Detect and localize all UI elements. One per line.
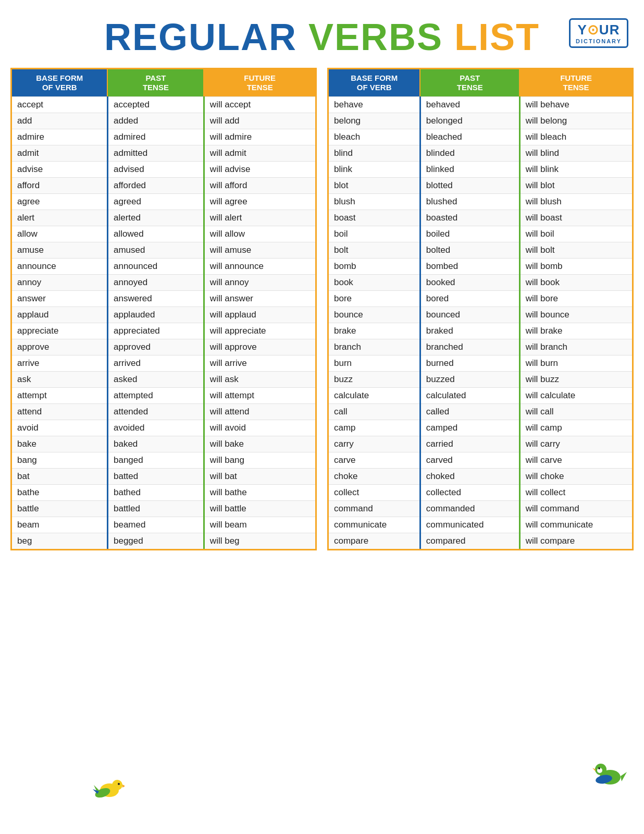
title-regular: REGULAR <box>104 16 297 58</box>
future-tense-cell: will bat <box>204 469 315 485</box>
past-tense-cell: blinded <box>420 145 519 162</box>
past-tense-cell: blushed <box>420 194 519 210</box>
base-form-cell: bathe <box>12 485 107 501</box>
base-form-cell: annoy <box>12 275 107 291</box>
table-row: bounce bounced will bounce <box>329 307 632 323</box>
future-tense-cell: will calculate <box>519 388 632 404</box>
table-row: ask asked will ask <box>12 372 315 388</box>
future-tense-cell: will burn <box>519 355 632 372</box>
base-form-cell: appreciate <box>12 323 107 339</box>
base-form-cell: applaud <box>12 307 107 323</box>
past-tense-cell: appreciated <box>107 323 204 339</box>
base-form-cell: carve <box>329 452 420 469</box>
title-verbs: VERBS <box>308 16 443 58</box>
future-tense-cell: will accept <box>204 97 315 113</box>
base-form-cell: bomb <box>329 259 420 275</box>
svg-point-1 <box>94 786 112 799</box>
svg-point-15 <box>595 774 613 784</box>
future-tense-cell: will attempt <box>204 388 315 404</box>
base-form-cell: add <box>12 113 107 129</box>
table-row: amuse amused will amuse <box>12 242 315 259</box>
svg-point-19 <box>598 767 600 769</box>
past-tense-cell: blotted <box>420 178 519 194</box>
table-row: attend attended will attend <box>12 404 315 420</box>
logo-box: Y⊙UR DICTIONARY <box>569 18 628 48</box>
base-form-cell: attend <box>12 404 107 420</box>
future-tense-cell: will blink <box>519 162 632 178</box>
future-tense-cell: will beam <box>204 517 315 533</box>
table-row: afford afforded will afford <box>12 178 315 194</box>
future-tense-cell: will command <box>519 501 632 517</box>
future-tense-cell: will bathe <box>204 485 315 501</box>
base-form-cell: advise <box>12 162 107 178</box>
future-tense-cell: will advise <box>204 162 315 178</box>
future-tense-cell: will battle <box>204 501 315 517</box>
table-row: camp camped will camp <box>329 420 632 436</box>
past-tense-cell: calculated <box>420 388 519 404</box>
past-tense-cell: begged <box>107 533 204 549</box>
past-tense-cell: called <box>420 404 519 420</box>
future-tense-cell: will agree <box>204 194 315 210</box>
past-tense-cell: behaved <box>420 97 519 113</box>
base-form-cell: bleach <box>329 129 420 145</box>
base-form-cell: collect <box>329 485 420 501</box>
table-row: branch branched will branch <box>329 339 632 355</box>
past-tense-cell: annoyed <box>107 275 204 291</box>
left-table: BASE FORMOF VERB PASTTENSE FUTURETENSE a… <box>12 69 315 549</box>
left-base-form-header: BASE FORMOF VERB <box>12 69 107 97</box>
bird-svg-3 <box>589 756 628 793</box>
base-form-cell: choke <box>329 469 420 485</box>
future-tense-cell: will boast <box>519 210 632 226</box>
future-tense-cell: will avoid <box>204 420 315 436</box>
future-tense-cell: will arrive <box>204 355 315 372</box>
right-header-row: BASE FORMOF VERB PASTTENSE FUTURETENSE <box>329 69 632 97</box>
table-row: annoy annoyed will annoy <box>12 275 315 291</box>
table-row: agree agreed will agree <box>12 194 315 210</box>
future-tense-cell: will applaud <box>204 307 315 323</box>
future-tense-cell: will ask <box>204 372 315 388</box>
table-row: bang banged will bang <box>12 452 315 469</box>
past-tense-cell: carved <box>420 452 519 469</box>
past-tense-cell: booked <box>420 275 519 291</box>
table-row: alert alerted will alert <box>12 210 315 226</box>
future-tense-cell: will behave <box>519 97 632 113</box>
future-tense-cell: will amuse <box>204 242 315 259</box>
base-form-cell: compare <box>329 533 420 549</box>
table-row: belong belonged will belong <box>329 113 632 129</box>
base-form-cell: agree <box>12 194 107 210</box>
table-row: bathe bathed will bathe <box>12 485 315 501</box>
past-tense-cell: alerted <box>107 210 204 226</box>
future-tense-cell: will brake <box>519 323 632 339</box>
future-tense-cell: will bake <box>204 436 315 452</box>
past-tense-cell: applauded <box>107 307 204 323</box>
past-tense-cell: attended <box>107 404 204 420</box>
base-form-cell: behave <box>329 97 420 113</box>
past-tense-cell: amused <box>107 242 204 259</box>
table-row: appreciate appreciated will appreciate <box>12 323 315 339</box>
past-tense-cell: collected <box>420 485 519 501</box>
main-title: REGULAR VERBS LIST <box>104 16 540 58</box>
table-row: announce announced will announce <box>12 259 315 275</box>
table-row: answer answered will answer <box>12 291 315 307</box>
base-form-cell: burn <box>329 355 420 372</box>
table-row: beam beamed will beam <box>12 517 315 533</box>
past-tense-cell: bored <box>420 291 519 307</box>
future-tense-cell: will alert <box>204 210 315 226</box>
table-row: buzz buzzed will buzz <box>329 372 632 388</box>
past-tense-cell: avoided <box>107 420 204 436</box>
base-form-cell: afford <box>12 178 107 194</box>
past-tense-cell: bleached <box>420 129 519 145</box>
base-form-cell: attempt <box>12 388 107 404</box>
svg-point-14 <box>600 770 621 784</box>
table-row: call called will call <box>329 404 632 420</box>
base-form-cell: blush <box>329 194 420 210</box>
base-form-cell: boil <box>329 226 420 242</box>
past-tense-cell: bolted <box>420 242 519 259</box>
svg-point-0 <box>100 783 119 797</box>
past-tense-cell: compared <box>420 533 519 549</box>
base-form-cell: camp <box>329 420 420 436</box>
future-tense-cell: will carry <box>519 436 632 452</box>
past-tense-cell: burned <box>420 355 519 372</box>
past-tense-cell: announced <box>107 259 204 275</box>
future-tense-cell: will add <box>204 113 315 129</box>
